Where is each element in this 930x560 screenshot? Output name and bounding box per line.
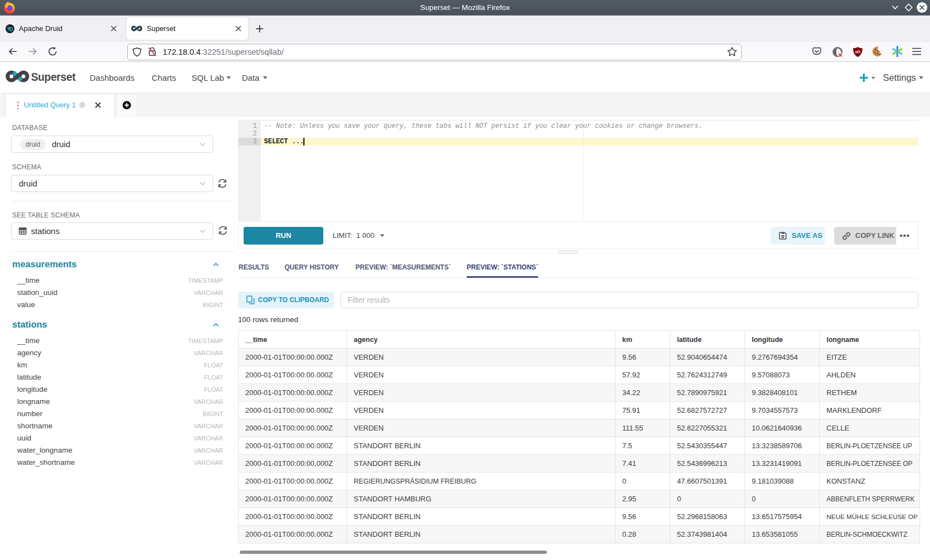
svg-text:uO: uO <box>855 50 860 54</box>
